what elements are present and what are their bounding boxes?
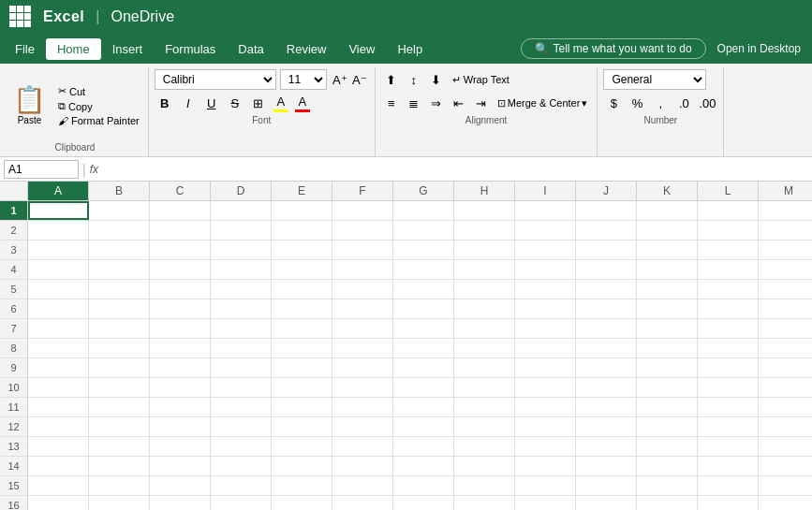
- cell-A1[interactable]: [28, 201, 89, 220]
- cell-C12[interactable]: [150, 417, 211, 436]
- cell-E10[interactable]: [272, 378, 332, 397]
- cell-J4[interactable]: [576, 260, 637, 279]
- cell-G15[interactable]: [393, 476, 454, 495]
- row-number-6[interactable]: 6: [0, 299, 28, 318]
- cell-H2[interactable]: [454, 221, 515, 240]
- cell-E14[interactable]: [272, 457, 332, 475]
- cell-C4[interactable]: [150, 260, 211, 279]
- cut-button[interactable]: ✂ Cut: [55, 84, 142, 98]
- cell-A10[interactable]: [28, 378, 89, 397]
- bold-button[interactable]: B: [155, 93, 175, 113]
- cell-C11[interactable]: [150, 398, 211, 416]
- cell-H8[interactable]: [454, 339, 515, 357]
- cell-B11[interactable]: [89, 398, 150, 416]
- cell-E13[interactable]: [272, 437, 332, 456]
- cell-M7[interactable]: [759, 319, 812, 338]
- row-number-7[interactable]: 7: [0, 319, 28, 338]
- cell-A2[interactable]: [28, 221, 89, 240]
- cell-D6[interactable]: [211, 299, 272, 318]
- align-center-button[interactable]: ≣: [404, 93, 424, 113]
- col-header-D[interactable]: D: [211, 182, 272, 200]
- cell-B12[interactable]: [89, 417, 150, 436]
- cell-M2[interactable]: [759, 221, 812, 240]
- row-number-11[interactable]: 11: [0, 398, 28, 416]
- row-number-5[interactable]: 5: [0, 280, 28, 299]
- cell-F10[interactable]: [332, 378, 393, 397]
- cell-L16[interactable]: [698, 496, 759, 510]
- cell-D1[interactable]: [211, 201, 272, 220]
- cell-G6[interactable]: [393, 299, 454, 318]
- cell-A14[interactable]: [28, 457, 89, 475]
- cell-L14[interactable]: [698, 457, 759, 475]
- cell-C15[interactable]: [150, 476, 211, 495]
- cell-C9[interactable]: [150, 358, 211, 377]
- cell-F9[interactable]: [332, 358, 393, 377]
- cell-E5[interactable]: [272, 280, 332, 299]
- align-bottom-button[interactable]: ⬇: [426, 69, 447, 90]
- cell-J3[interactable]: [576, 240, 637, 259]
- cell-E15[interactable]: [272, 476, 332, 495]
- cell-B15[interactable]: [89, 476, 150, 495]
- cell-K12[interactable]: [637, 417, 698, 436]
- cell-D7[interactable]: [211, 319, 272, 338]
- cell-G14[interactable]: [393, 457, 454, 475]
- cell-C1[interactable]: [150, 201, 211, 220]
- cell-G16[interactable]: [393, 496, 454, 510]
- cell-B1[interactable]: [89, 201, 150, 220]
- row-number-4[interactable]: 4: [0, 260, 28, 279]
- cell-H12[interactable]: [454, 417, 515, 436]
- cell-F11[interactable]: [332, 398, 393, 416]
- cell-D12[interactable]: [211, 417, 272, 436]
- cell-B3[interactable]: [89, 240, 150, 259]
- cell-H13[interactable]: [454, 437, 515, 456]
- cell-D16[interactable]: [211, 496, 272, 510]
- cell-J2[interactable]: [576, 221, 637, 240]
- cell-B14[interactable]: [89, 457, 150, 475]
- cell-M4[interactable]: [759, 260, 812, 279]
- cell-K4[interactable]: [637, 260, 698, 279]
- cell-H9[interactable]: [454, 358, 515, 377]
- cell-D5[interactable]: [211, 280, 272, 299]
- cell-J11[interactable]: [576, 398, 637, 416]
- menu-home[interactable]: Home: [46, 38, 101, 60]
- cell-I10[interactable]: [515, 378, 576, 397]
- percent-button[interactable]: %: [627, 93, 647, 113]
- cell-E12[interactable]: [272, 417, 332, 436]
- cell-B4[interactable]: [89, 260, 150, 279]
- cell-H5[interactable]: [454, 280, 515, 299]
- cell-K3[interactable]: [637, 240, 698, 259]
- row-number-3[interactable]: 3: [0, 240, 28, 259]
- cell-I7[interactable]: [515, 319, 576, 338]
- cell-B10[interactable]: [89, 378, 150, 397]
- cell-E16[interactable]: [272, 496, 332, 510]
- cell-E1[interactable]: [272, 201, 332, 220]
- col-header-B[interactable]: B: [89, 182, 150, 200]
- cell-H1[interactable]: [454, 201, 515, 220]
- tell-me-input[interactable]: 🔍 Tell me what you want to do: [521, 38, 706, 59]
- cell-F14[interactable]: [332, 457, 393, 475]
- cell-H15[interactable]: [454, 476, 515, 495]
- cell-L2[interactable]: [698, 221, 759, 240]
- fill-color-button[interactable]: A: [272, 95, 290, 112]
- cell-L10[interactable]: [698, 378, 759, 397]
- col-header-E[interactable]: E: [272, 182, 332, 200]
- row-number-9[interactable]: 9: [0, 358, 28, 377]
- col-header-L[interactable]: L: [698, 182, 759, 200]
- cell-F6[interactable]: [332, 299, 393, 318]
- underline-button[interactable]: U: [201, 93, 222, 113]
- cell-D3[interactable]: [211, 240, 272, 259]
- cell-A15[interactable]: [28, 476, 89, 495]
- cell-L12[interactable]: [698, 417, 759, 436]
- cell-I14[interactable]: [515, 457, 576, 475]
- cell-I4[interactable]: [515, 260, 576, 279]
- cell-B13[interactable]: [89, 437, 150, 456]
- cell-J6[interactable]: [576, 299, 637, 318]
- cell-H11[interactable]: [454, 398, 515, 416]
- comma-button[interactable]: ,: [650, 93, 671, 113]
- cell-E4[interactable]: [272, 260, 332, 279]
- font-size-select[interactable]: 11: [280, 69, 327, 90]
- cell-D13[interactable]: [211, 437, 272, 456]
- cell-J1[interactable]: [576, 201, 637, 220]
- cell-H4[interactable]: [454, 260, 515, 279]
- cell-E7[interactable]: [272, 319, 332, 338]
